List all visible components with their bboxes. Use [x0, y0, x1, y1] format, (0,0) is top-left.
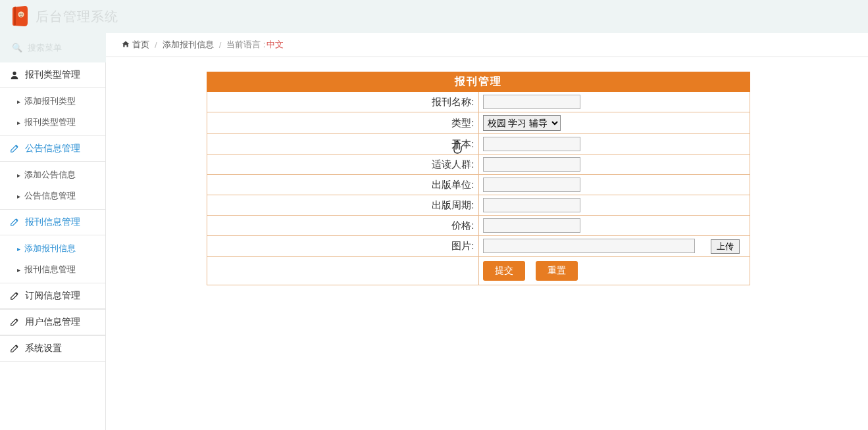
form-container: 报刊管理 报刊名称: 类型: 校园 学习 辅导 开本: 适读人群: — [106, 57, 868, 285]
caret-right-icon: ▸ — [17, 193, 20, 200]
caret-right-icon: ▸ — [17, 266, 20, 274]
svg-point-2 — [22, 14, 23, 15]
sidebar-group-2[interactable]: 报刊信息管理 — [0, 209, 105, 235]
edit-icon — [9, 291, 20, 300]
breadcrumb-current: 添加报刊信息 — [163, 39, 214, 51]
label-type: 类型: — [207, 112, 479, 134]
reset-button[interactable]: 重置 — [536, 261, 578, 281]
input-publisher[interactable] — [483, 178, 580, 192]
label-format: 开本: — [207, 134, 479, 155]
sidebar-item-label: 报刊信息管理 — [24, 264, 76, 275]
breadcrumb-home[interactable]: 首页 — [132, 39, 149, 51]
upload-button[interactable]: 上传 — [711, 239, 740, 254]
breadcrumb-sep: / — [155, 40, 157, 50]
sidebar-search-label: 搜索菜单 — [28, 42, 62, 54]
sidebar-group-label: 系统设置 — [25, 343, 62, 354]
app-logo — [12, 6, 29, 27]
home-icon — [122, 40, 130, 50]
label-publisher: 出版单位: — [207, 175, 479, 195]
search-icon: 🔍 — [12, 43, 22, 53]
caret-right-icon: ▸ — [17, 98, 20, 105]
label-image: 图片: — [207, 236, 479, 257]
sidebar-submenu-1: ▸添加公告信息▸公告信息管理 — [0, 162, 105, 209]
sidebar-group-1[interactable]: 公告信息管理 — [0, 135, 105, 162]
caret-right-icon: ▸ — [17, 172, 20, 179]
label-empty — [207, 256, 479, 285]
svg-point-1 — [20, 14, 21, 15]
breadcrumb: 首页 / 添加报刊信息 / 当前语言 : 中文 — [106, 33, 868, 57]
sidebar-submenu-2: ▸添加报刊信息▸报刊信息管理 — [0, 235, 105, 283]
sidebar-item-label: 报刊类型管理 — [24, 116, 76, 128]
sidebar-item-0-1[interactable]: ▸报刊类型管理 — [0, 112, 105, 133]
form-table: 报刊管理 报刊名称: 类型: 校园 学习 辅导 开本: 适读人群: — [207, 72, 750, 285]
breadcrumb-sep: / — [219, 40, 222, 50]
edit-icon — [9, 344, 20, 353]
header-bar: 后台管理系统 — [0, 0, 868, 33]
sidebar-item-label: 添加公告信息 — [24, 169, 76, 181]
sidebar-group-label: 报刊类型管理 — [25, 69, 80, 81]
sidebar-group-label: 订阅信息管理 — [25, 290, 80, 302]
caret-right-icon: ▸ — [17, 245, 20, 252]
sidebar-item-label: 添加报刊类型 — [24, 95, 76, 107]
breadcrumb-lang-value: 中文 — [267, 39, 284, 51]
sidebar-group-0[interactable]: 报刊类型管理 — [0, 62, 105, 88]
input-format[interactable] — [483, 137, 580, 151]
sidebar-item-label: 添加报刊信息 — [24, 243, 76, 254]
sidebar-item-2-1[interactable]: ▸报刊信息管理 — [0, 259, 105, 280]
caret-right-icon: ▸ — [17, 119, 20, 126]
sidebar-group-label: 用户信息管理 — [25, 316, 80, 328]
edit-icon — [9, 318, 20, 327]
input-audience[interactable] — [483, 157, 580, 172]
input-price[interactable] — [483, 218, 580, 233]
input-name[interactable] — [483, 95, 580, 109]
sidebar-item-1-0[interactable]: ▸添加公告信息 — [0, 164, 105, 185]
sidebar-item-1-1[interactable]: ▸公告信息管理 — [0, 185, 105, 206]
submit-button[interactable]: 提交 — [483, 261, 525, 281]
sidebar-group-5[interactable]: 系统设置 — [0, 335, 105, 362]
input-image-path[interactable] — [483, 239, 695, 253]
select-type[interactable]: 校园 学习 辅导 — [483, 115, 561, 131]
sidebar-submenu-0: ▸添加报刊类型▸报刊类型管理 — [0, 88, 105, 135]
sidebar-group-4[interactable]: 用户信息管理 — [0, 309, 105, 335]
edit-icon — [9, 218, 20, 227]
sidebar-group-label: 公告信息管理 — [25, 143, 80, 155]
breadcrumb-lang-label: 当前语言 : — [226, 39, 265, 51]
sidebar-item-0-0[interactable]: ▸添加报刊类型 — [0, 91, 105, 112]
label-name: 报刊名称: — [207, 92, 479, 112]
sidebar-item-label: 公告信息管理 — [24, 190, 76, 202]
sidebar-group-label: 报刊信息管理 — [25, 216, 80, 228]
label-price: 价格: — [207, 216, 479, 236]
edit-icon — [9, 144, 20, 153]
label-audience: 适读人群: — [207, 155, 479, 175]
brand-title: 后台管理系统 — [36, 8, 118, 26]
input-period[interactable] — [483, 198, 580, 212]
sidebar-group-3[interactable]: 订阅信息管理 — [0, 283, 105, 309]
sidebar-item-2-0[interactable]: ▸添加报刊信息 — [0, 238, 105, 259]
label-period: 出版周期: — [207, 195, 479, 216]
main-area: 首页 / 添加报刊信息 / 当前语言 : 中文 报刊管理 报刊名称: 类型: 校… — [106, 33, 868, 430]
sidebar: 报刊类型管理▸添加报刊类型▸报刊类型管理公告信息管理▸添加公告信息▸公告信息管理… — [0, 62, 106, 430]
sidebar-search-area: 🔍 搜索菜单 — [0, 33, 106, 62]
form-title: 报刊管理 — [207, 72, 750, 92]
user-icon — [9, 70, 20, 80]
